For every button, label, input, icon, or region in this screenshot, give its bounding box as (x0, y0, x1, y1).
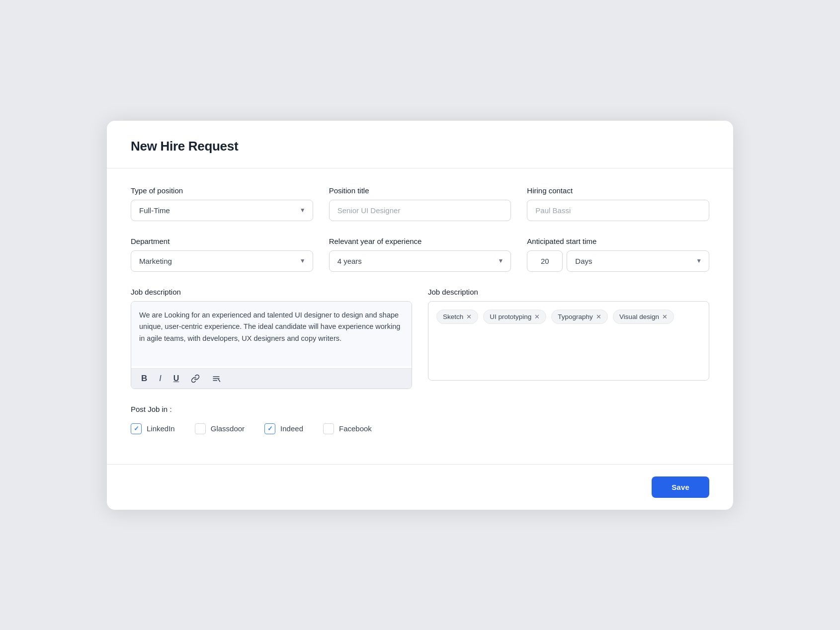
skill-tag-visual-design: Visual design ✕ (613, 310, 674, 324)
modal-container: New Hire Request Type of position Full-T… (107, 121, 733, 510)
glassdoor-checkbox[interactable] (195, 423, 206, 434)
department-group: Department Marketing Engineering Design … (131, 237, 313, 272)
post-job-section: Post Job in : ✓ LinkedIn Glassdoor ✓ (131, 405, 709, 434)
indeed-label: Indeed (280, 424, 303, 433)
skill-tag-typography-label: Typography (558, 313, 593, 320)
department-select-wrapper[interactable]: Marketing Engineering Design Sales HR ▼ (131, 250, 313, 272)
anticipated-start-label: Anticipated start time (527, 237, 709, 245)
facebook-checkbox[interactable] (323, 423, 334, 434)
relevant-experience-group: Relevant year of experience 1 year 2 yea… (329, 237, 511, 272)
skill-tag-ui-prototyping: UI prototyping ✕ (483, 310, 546, 324)
job-description-textarea-wrapper: We are Looking for an experienced and ta… (131, 301, 412, 389)
modal-body: Type of position Full-Time Part-Time Con… (107, 168, 733, 464)
relevant-experience-label: Relevant year of experience (329, 237, 511, 245)
post-job-options: ✓ LinkedIn Glassdoor ✓ Indeed Facebo (131, 423, 709, 434)
anticipated-start-unit-wrapper[interactable]: Days Weeks Months ▼ (567, 250, 709, 272)
post-job-label: Post Job in : (131, 405, 709, 413)
indeed-option[interactable]: ✓ Indeed (264, 423, 303, 434)
job-description-right-label: Job description (428, 288, 709, 296)
job-description-left-group: Job description We are Looking for an ex… (131, 288, 412, 389)
link-button[interactable] (189, 373, 202, 384)
skill-tag-visual-design-label: Visual design (619, 313, 659, 320)
skill-tag-visual-design-remove[interactable]: ✕ (662, 314, 668, 320)
svg-line-3 (219, 379, 220, 382)
relevant-experience-select-wrapper[interactable]: 1 year 2 years 3 years 4 years 5 years 6… (329, 250, 511, 272)
skill-tag-sketch-label: Sketch (443, 313, 463, 320)
department-label: Department (131, 237, 313, 245)
skill-tag-sketch: Sketch ✕ (436, 310, 478, 324)
anticipated-start-unit-select[interactable]: Days Weeks Months (567, 251, 709, 271)
facebook-option[interactable]: Facebook (323, 423, 372, 434)
link-icon (191, 374, 200, 383)
position-title-group: Position title (329, 186, 511, 221)
skill-tag-typography-remove[interactable]: ✕ (596, 314, 601, 320)
skill-tag-typography: Typography ✕ (551, 310, 608, 324)
job-description-left-label: Job description (131, 288, 412, 296)
form-row-2: Department Marketing Engineering Design … (131, 237, 709, 272)
skill-tag-ui-prototyping-remove[interactable]: ✕ (534, 314, 540, 320)
position-title-input[interactable] (329, 200, 511, 221)
linkedin-option[interactable]: ✓ LinkedIn (131, 423, 175, 434)
clear-format-button[interactable] (210, 373, 223, 384)
textarea-toolbar: B I U (131, 368, 412, 389)
glassdoor-option[interactable]: Glassdoor (195, 423, 245, 434)
job-description-right-group: Job description Sketch ✕ UI prototyping … (428, 288, 709, 389)
clear-format-icon (212, 374, 221, 383)
indeed-checkbox[interactable]: ✓ (264, 423, 275, 434)
checkmark-icon: ✓ (134, 425, 139, 432)
hiring-contact-label: Hiring contact (527, 186, 709, 195)
modal-header: New Hire Request (107, 121, 733, 168)
skills-box[interactable]: Sketch ✕ UI prototyping ✕ Typography ✕ V… (428, 301, 709, 381)
underline-button[interactable]: U (171, 373, 181, 384)
anticipated-start-row: Days Weeks Months ▼ (527, 250, 709, 272)
relevant-experience-select[interactable]: 1 year 2 years 3 years 4 years 5 years 6… (330, 251, 511, 271)
type-of-position-group: Type of position Full-Time Part-Time Con… (131, 186, 313, 221)
description-row: Job description We are Looking for an ex… (131, 288, 709, 389)
job-description-textarea[interactable]: We are Looking for an experienced and ta… (131, 302, 412, 366)
facebook-label: Facebook (339, 424, 372, 433)
form-row-1: Type of position Full-Time Part-Time Con… (131, 186, 709, 221)
glassdoor-label: Glassdoor (211, 424, 245, 433)
page-title: New Hire Request (131, 139, 709, 154)
position-title-label: Position title (329, 186, 511, 195)
linkedin-label: LinkedIn (147, 424, 175, 433)
hiring-contact-input[interactable] (527, 200, 709, 221)
linkedin-checkbox[interactable]: ✓ (131, 423, 142, 434)
skill-tag-sketch-remove[interactable]: ✕ (466, 314, 472, 320)
type-of-position-select[interactable]: Full-Time Part-Time Contract Freelance (131, 200, 313, 221)
modal-footer: Save (107, 464, 733, 510)
save-button[interactable]: Save (652, 476, 709, 498)
anticipated-start-group: Anticipated start time Days Weeks Months… (527, 237, 709, 272)
hiring-contact-group: Hiring contact (527, 186, 709, 221)
type-of-position-select-wrapper[interactable]: Full-Time Part-Time Contract Freelance ▼ (131, 200, 313, 221)
bold-button[interactable]: B (139, 373, 149, 385)
checkmark-icon: ✓ (267, 425, 273, 432)
italic-button[interactable]: I (157, 373, 163, 384)
type-of-position-label: Type of position (131, 186, 313, 195)
department-select[interactable]: Marketing Engineering Design Sales HR (131, 251, 313, 271)
anticipated-start-number[interactable] (527, 250, 563, 272)
skill-tag-ui-prototyping-label: UI prototyping (490, 313, 531, 320)
